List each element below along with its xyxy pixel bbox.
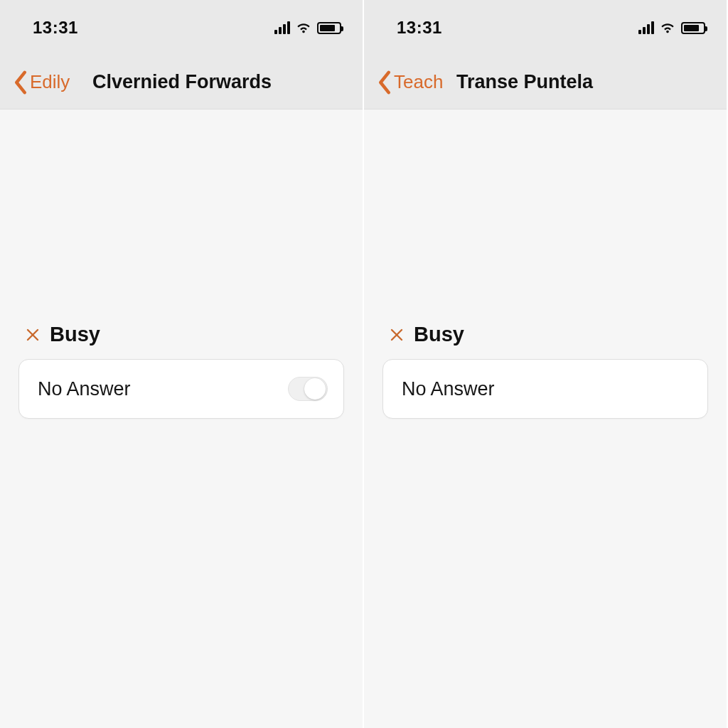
section-label: Busy <box>50 323 100 346</box>
status-time: 13:31 <box>397 18 442 38</box>
wifi-icon <box>296 20 311 36</box>
phone-right: 13:31 Teach Transe Puntela Busy <box>364 0 728 728</box>
status-time: 13:31 <box>33 18 78 38</box>
cellular-signal-icon <box>274 21 290 34</box>
content-area: Busy No Answer Forwarding Number <box>364 323 727 728</box>
nav-bar: Teach Transe Puntela <box>364 55 727 109</box>
phone-left: 13:31 Edily Clvernied Forwards Busy <box>0 0 364 728</box>
section-label: Busy <box>414 323 464 346</box>
chevron-left-icon <box>377 70 392 95</box>
row-label: No Answer <box>402 378 495 400</box>
section-header-busy: Busy <box>18 323 344 346</box>
row-no-answer[interactable]: No Answer <box>382 359 708 419</box>
close-icon[interactable] <box>390 328 404 342</box>
chevron-left-icon <box>13 70 28 95</box>
status-bar: 13:31 <box>0 0 363 55</box>
back-button[interactable]: Teach <box>377 70 443 95</box>
nav-bar: Edily Clvernied Forwards <box>0 55 363 109</box>
row-label: No Answer <box>38 378 131 400</box>
section-header-busy: Busy <box>382 323 708 346</box>
status-icons <box>274 20 341 36</box>
row-no-answer[interactable]: No Answer <box>18 359 344 419</box>
cellular-signal-icon <box>638 21 654 34</box>
battery-icon <box>681 22 705 34</box>
status-bar: 13:31 <box>364 0 727 55</box>
battery-icon <box>317 22 341 34</box>
no-answer-toggle[interactable] <box>288 377 328 401</box>
toggle-knob <box>304 378 326 400</box>
close-icon[interactable] <box>26 328 40 342</box>
back-button[interactable]: Edily <box>13 70 70 95</box>
back-label: Edily <box>30 71 70 93</box>
status-icons <box>638 20 705 36</box>
content-area: Busy No Answer <box>0 323 363 728</box>
back-label: Teach <box>394 71 443 93</box>
wifi-icon <box>660 20 675 36</box>
